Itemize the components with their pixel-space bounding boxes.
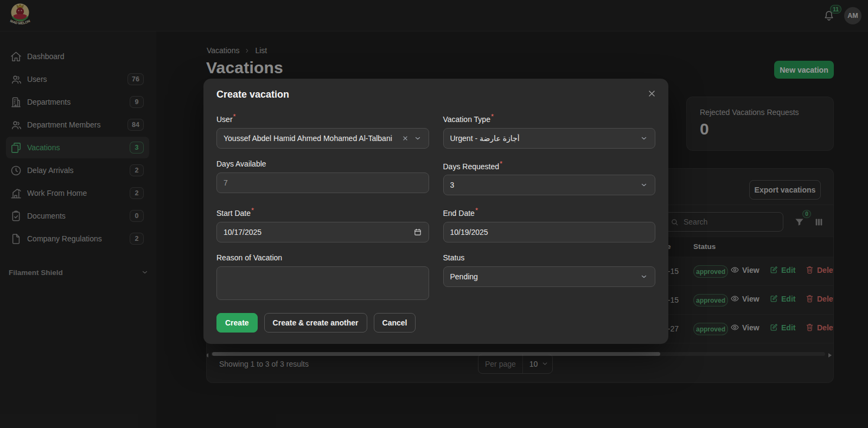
field-label: Days Requested* bbox=[443, 159, 656, 171]
vacation-type-select[interactable]: Urgent - أجازة عارضة bbox=[443, 128, 656, 149]
required-asterisk: * bbox=[491, 112, 494, 120]
field-days-available: Days Available 7 bbox=[216, 159, 429, 193]
days-requested-select[interactable]: 3 bbox=[443, 175, 656, 195]
app-screen: MAD MELON 11 AM Dashboard bbox=[0, 0, 868, 428]
field-status: Status Pending bbox=[443, 253, 656, 287]
days-available-input[interactable]: 7 bbox=[216, 173, 429, 193]
close-modal-button[interactable] bbox=[646, 87, 658, 99]
user-select-value: Youssef Abdel Hamid Ahmed Mohamed Al-Tal… bbox=[224, 134, 392, 143]
field-vacation-type: Vacation Type* Urgent - أجازة عارضة bbox=[443, 112, 656, 149]
chevron-down-icon bbox=[640, 134, 648, 143]
start-date-input[interactable]: 10/17/2025 bbox=[216, 222, 429, 242]
field-label: Days Available bbox=[216, 159, 429, 168]
field-label: End Date* bbox=[443, 206, 656, 218]
field-end-date: End Date* 10/19/2025 bbox=[443, 206, 656, 242]
field-label: Start Date* bbox=[216, 206, 429, 218]
start-date-value: 10/17/2025 bbox=[224, 228, 261, 237]
field-reason: Reason of Vacation bbox=[216, 253, 429, 300]
field-user: User* Youssef Abdel Hamid Ahmed Mohamed … bbox=[216, 112, 429, 149]
vacation-type-value: Urgent - أجازة عارضة bbox=[450, 134, 520, 143]
field-label: Vacation Type* bbox=[443, 112, 656, 124]
end-date-input[interactable]: 10/19/2025 bbox=[443, 222, 656, 242]
chevron-down-icon bbox=[413, 134, 422, 143]
status-value: Pending bbox=[450, 272, 478, 281]
required-asterisk: * bbox=[251, 206, 254, 214]
chevron-down-icon bbox=[640, 272, 648, 281]
create-vacation-modal: Create vacation User* Youssef Abdel Hami… bbox=[203, 79, 668, 344]
user-select[interactable]: Youssef Abdel Hamid Ahmed Mohamed Al-Tal… bbox=[216, 128, 429, 149]
field-label: Reason of Vacation bbox=[216, 253, 429, 262]
required-asterisk: * bbox=[475, 206, 478, 214]
modal-title: Create vacation bbox=[216, 89, 655, 100]
field-days-requested: Days Requested* 3 bbox=[443, 159, 656, 196]
create-and-create-another-button[interactable]: Create & create another bbox=[264, 313, 367, 333]
end-date-value: 10/19/2025 bbox=[450, 228, 488, 237]
field-label: User* bbox=[216, 112, 429, 124]
create-button[interactable]: Create bbox=[216, 313, 258, 333]
reason-textarea[interactable] bbox=[216, 266, 429, 300]
clear-selection-icon[interactable] bbox=[401, 135, 409, 142]
modal-actions: Create Create & create another Cancel bbox=[216, 313, 655, 333]
days-available-value: 7 bbox=[224, 178, 228, 187]
cancel-button[interactable]: Cancel bbox=[374, 313, 416, 333]
required-asterisk: * bbox=[233, 112, 236, 120]
required-asterisk: * bbox=[500, 159, 502, 168]
close-icon bbox=[646, 88, 658, 99]
calendar-icon[interactable] bbox=[413, 228, 422, 237]
days-requested-value: 3 bbox=[450, 181, 455, 189]
field-label: Status bbox=[443, 253, 656, 262]
modal-form: User* Youssef Abdel Hamid Ahmed Mohamed … bbox=[216, 112, 655, 300]
chevron-down-icon bbox=[640, 181, 648, 189]
status-select[interactable]: Pending bbox=[443, 266, 656, 287]
field-start-date: Start Date* 10/17/2025 bbox=[216, 206, 429, 242]
